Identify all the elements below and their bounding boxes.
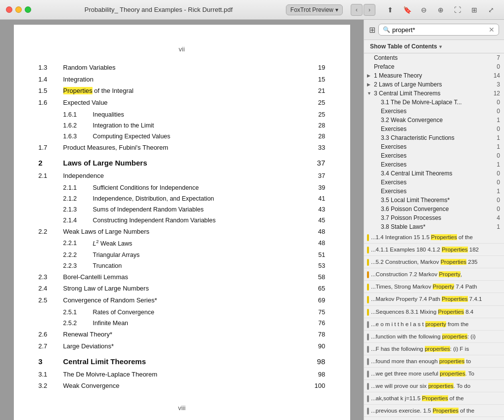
toc-item-3-8[interactable]: 3.8 Stable Laws* 1 bbox=[364, 222, 504, 231]
section-row-2-1: 2.1 Independence 37 bbox=[39, 171, 325, 181]
section-page: 78 bbox=[311, 330, 325, 340]
subsec-page: 51 bbox=[311, 250, 325, 260]
subsec-num: 2.5.2 bbox=[63, 318, 93, 328]
toc-item-ch3[interactable]: ▼ 3 Central Limit Theorems 12 bbox=[364, 89, 504, 98]
close-button[interactable] bbox=[6, 6, 12, 13]
subsec-page: 76 bbox=[311, 318, 325, 328]
subsec-page: 75 bbox=[311, 307, 325, 317]
section-num: 2.3 bbox=[39, 272, 63, 283]
toc-item-3-7[interactable]: 3.7 Poisson Processes 4 bbox=[364, 213, 504, 222]
result-bar bbox=[367, 271, 369, 278]
search-clear-button[interactable]: ✕ bbox=[489, 26, 495, 34]
section-row-1-7: 1.7 Product Measures, Fubini's Theorem 3… bbox=[39, 143, 325, 153]
share-icon[interactable]: ⬆ bbox=[383, 3, 397, 17]
toc-item-exercises-5[interactable]: Exercises 1 bbox=[364, 160, 504, 169]
toc-item-3-3[interactable]: 3.3 Characteristic Functions 1 bbox=[364, 133, 504, 142]
section-row-3-2: 3.2 Weak Convergence 100 bbox=[39, 381, 325, 391]
result-item[interactable]: ...previous exercise. 1.5 Properties of … bbox=[364, 405, 504, 417]
section-row-2-7: 2.7 Large Deviations* 90 bbox=[39, 341, 325, 352]
arrange-icon[interactable]: ⊞ bbox=[467, 3, 481, 17]
toc-item-ch1[interactable]: ▶ 1 Measure Theory 14 bbox=[364, 71, 504, 80]
section-num: 1.7 bbox=[39, 143, 63, 153]
subsec-page: 43 bbox=[311, 205, 325, 214]
search-input[interactable] bbox=[392, 26, 487, 34]
section-num: 2.2 bbox=[39, 227, 63, 237]
result-item[interactable]: ...found more than enough properties to bbox=[364, 355, 504, 368]
toc-items: Contents 7 Preface 0 ▶ 1 Measure Theory … bbox=[364, 53, 504, 231]
toc-item-ch2[interactable]: ▶ 2 Laws of Large Numbers 3 bbox=[364, 80, 504, 89]
toc-item-3-5[interactable]: 3.5 Local Limit Theorems* 0 bbox=[364, 196, 504, 205]
result-item[interactable]: ...e o m i t t h e l a s t property from… bbox=[364, 318, 504, 331]
toc-item-exercises-2[interactable]: Exercises 0 bbox=[364, 125, 504, 133]
toc-item-exercises-7[interactable]: Exercises 1 bbox=[364, 187, 504, 196]
section-row-1-6: 1.6 Expected Value 25 bbox=[39, 98, 325, 108]
toc-item-3-6[interactable]: 3.6 Poisson Convergence 0 bbox=[364, 205, 504, 213]
result-item[interactable]: ...we will prove our six properties. To … bbox=[364, 380, 504, 392]
section-title: Random Variables bbox=[63, 63, 311, 73]
result-text: ...Times, Strong Markov Property 7.4 Pat… bbox=[371, 283, 501, 291]
section-num: 1.6 bbox=[39, 98, 63, 108]
result-item[interactable]: ...function with the following propertie… bbox=[364, 331, 504, 343]
result-item[interactable]: ...4.1.1 Examples 180 4.1.2 Properties 1… bbox=[364, 244, 504, 256]
toc-item-3-4[interactable]: 3.4 Central Limit Theorems 0 bbox=[364, 169, 504, 178]
section-num: 2.1 bbox=[39, 171, 63, 181]
result-bar bbox=[367, 346, 369, 353]
toolbar-icons: ⬆ 🔖 ⊖ ⊕ ⛶ ⊞ ⤢ bbox=[383, 3, 498, 17]
toc-item-preface[interactable]: Preface 0 bbox=[364, 62, 504, 71]
minimize-button[interactable] bbox=[15, 6, 22, 13]
zoom-in-icon[interactable]: ⊕ bbox=[434, 3, 448, 17]
app-selector[interactable]: FoxTrot Preview ▾ bbox=[286, 4, 343, 15]
subsec-num: 2.2.3 bbox=[63, 261, 93, 271]
app-label: FoxTrot Preview bbox=[290, 6, 333, 13]
subsec-num: 2.2.1 bbox=[63, 238, 93, 249]
toc-item-exercises-4[interactable]: Exercises 0 bbox=[364, 151, 504, 160]
sidebar-toggle-button[interactable]: ⊞ bbox=[369, 25, 375, 35]
section-title: Independence bbox=[63, 171, 311, 181]
nav-next-button[interactable]: › bbox=[364, 4, 375, 16]
chapter-num: 3 bbox=[39, 356, 63, 368]
section-title: Strong Law of Large Numbers bbox=[63, 284, 311, 294]
result-item[interactable]: ...section, we will develop properties o… bbox=[364, 417, 504, 420]
subsec-title: Sufficient Conditions for Independence bbox=[93, 183, 311, 193]
result-bar bbox=[367, 309, 369, 316]
zoom-out-icon[interactable]: ⊖ bbox=[417, 3, 431, 17]
result-bar bbox=[367, 408, 369, 415]
section-page: 58 bbox=[311, 272, 325, 283]
result-item[interactable]: ...1.4 Integration 15 1.5 Properties of … bbox=[364, 231, 504, 244]
nav-prev-button[interactable]: ‹ bbox=[351, 4, 363, 16]
result-bar bbox=[367, 284, 369, 291]
subsec-row-2-1-4: 2.1.4 Constructing Independent Random Va… bbox=[39, 215, 325, 225]
chapter-row-2: 2 Laws of Large Numbers 37 bbox=[39, 157, 325, 169]
bookmark-icon[interactable]: 🔖 bbox=[400, 3, 414, 17]
toc-item-contents[interactable]: Contents 7 bbox=[364, 53, 504, 62]
toc-panel-header[interactable]: Show Table of Contents ▾ bbox=[364, 40, 504, 53]
expand-icon[interactable]: ⤢ bbox=[484, 3, 498, 17]
subsec-row-2-1-2: 2.1.2 Independence, Distribution, and Ex… bbox=[39, 194, 325, 204]
toc-item-3-1[interactable]: 3.1 The De Moivre-Laplace T... 0 bbox=[364, 98, 504, 107]
subsec-row-1-6-1: 1.6.1 Inequalities 25 bbox=[39, 110, 325, 120]
result-item[interactable]: ...F has the following properties: (i) F… bbox=[364, 343, 504, 355]
toc-item-exercises-6[interactable]: Exercises 0 bbox=[364, 178, 504, 187]
search-results[interactable]: ...1.4 Integration 15 1.5 Properties of … bbox=[364, 231, 504, 420]
subsec-row-2-5-2: 2.5.2 Infinite Mean 76 bbox=[39, 318, 325, 328]
toc-item-3-2[interactable]: 3.2 Weak Convergence 1 bbox=[364, 116, 504, 125]
toc-item-exercises-1[interactable]: Exercises 0 bbox=[364, 107, 504, 116]
result-item[interactable]: ...Markov Property 7.4 Path Properties 7… bbox=[364, 293, 504, 305]
result-item[interactable]: ...we get three more useful properties. … bbox=[364, 368, 504, 380]
result-item[interactable]: ...Sequences 8.3.1 Mixing Properties 8.4 bbox=[364, 306, 504, 318]
result-text: ...1.4 Integration 15 1.5 Properties of … bbox=[371, 233, 501, 241]
result-text: ...5.2 Construction, Markov Properties 2… bbox=[371, 258, 501, 266]
result-text: ...Markov Property 7.4 Path Properties 7… bbox=[371, 295, 501, 303]
result-item[interactable]: ...Construction 7.2 Markov Property, bbox=[364, 268, 504, 281]
result-item[interactable]: ...Times, Strong Markov Property 7.4 Pat… bbox=[364, 281, 504, 293]
result-bar bbox=[367, 321, 369, 328]
result-text: ...previous exercise. 1.5 Properties of … bbox=[371, 407, 501, 415]
toc-item-exercises-3[interactable]: Exercises 1 bbox=[364, 142, 504, 151]
result-item[interactable]: ...ak,sothat k j=11.5 Properties of the bbox=[364, 392, 504, 405]
maximize-button[interactable] bbox=[25, 6, 31, 13]
crop-icon[interactable]: ⛶ bbox=[451, 3, 464, 17]
result-item[interactable]: ...5.2 Construction, Markov Properties 2… bbox=[364, 256, 504, 268]
subsec-page: 25 bbox=[311, 110, 325, 120]
pdf-view[interactable]: vii 1.3 Random Variables 19 1.4 Integrat… bbox=[0, 20, 364, 420]
subsec-num: 1.6.2 bbox=[63, 121, 93, 130]
